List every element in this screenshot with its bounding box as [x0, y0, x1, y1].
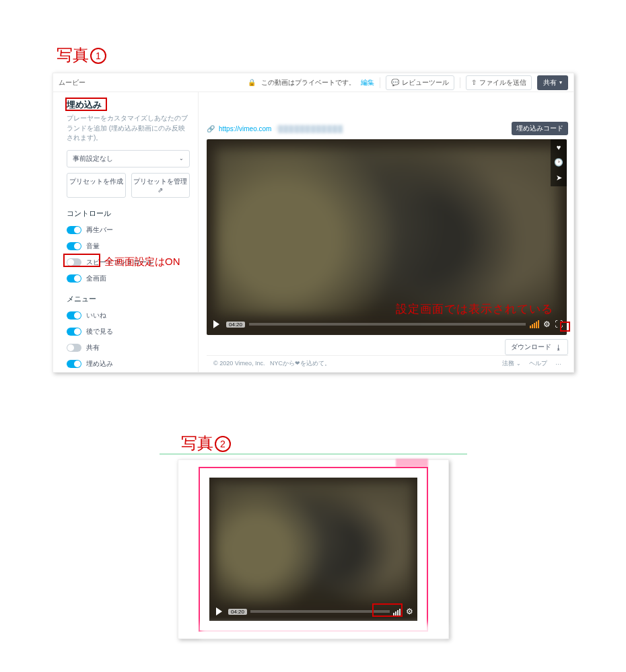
controls-group-title: コントロール — [67, 209, 190, 219]
lock-icon: 🔒 — [248, 79, 256, 86]
toggle-fullscreen[interactable]: 全画面 — [67, 274, 190, 283]
toggle-like[interactable]: いいね — [67, 311, 190, 320]
download-button[interactable]: ダウンロード⭳ — [505, 339, 568, 355]
sidebar-subtitle: プレーヤーをカスタマイズしあなたのブランドを追加 (埋め込み動画にのみ反映されま… — [67, 114, 190, 143]
settings-sidebar: 埋め込み プレーヤーをカスタマイズしあなたのブランドを追加 (埋め込み動画にのみ… — [53, 92, 199, 372]
play-button[interactable] — [213, 320, 219, 328]
create-preset-button[interactable]: プリセットを作成 — [67, 173, 126, 198]
preset-select[interactable]: 事前設定なし⌄ — [67, 150, 190, 167]
menu-group-title: メニュー — [67, 294, 190, 304]
footer: © 2020 Vimeo, Inc. NYCから❤を込めて。 法務 ⌄ ヘルプ … — [207, 355, 568, 368]
page-label: ムービー — [59, 78, 248, 87]
toggle-embed[interactable]: 埋め込み — [67, 359, 190, 369]
screenshot-2: 04:20 ⚙ — [178, 459, 449, 639]
toggle-share[interactable]: 共有 — [67, 343, 190, 352]
chevron-down-icon: ⌄ — [179, 155, 184, 161]
progress-bar[interactable] — [250, 610, 390, 613]
toggle-watch-later[interactable]: 後で見る — [67, 327, 190, 336]
video-thumbnail — [215, 147, 559, 316]
send-file-button[interactable]: ⇧ファイルを送信 — [466, 75, 532, 90]
main-area: 🔗 https://vimeo.com/████████████ 埋め込みコード… — [199, 92, 573, 372]
video-url[interactable]: 🔗 https://vimeo.com/████████████ — [207, 125, 343, 133]
top-bar: ムービー 🔒 この動画はプライベートです。 編集 💬レビューツール ⇧ファイルを… — [53, 73, 573, 92]
edit-link[interactable]: 編集 — [361, 78, 374, 87]
pink-badge — [396, 459, 428, 467]
play-button[interactable] — [216, 607, 222, 615]
help-link[interactable]: ヘルプ — [529, 359, 547, 368]
progress-bar[interactable] — [249, 323, 526, 326]
manage-preset-button[interactable]: プリセットを管理 ⇗ — [131, 173, 190, 198]
time-indicator: 04:20 — [228, 609, 247, 615]
upload-icon: ⇧ — [471, 79, 477, 86]
toggle-volume[interactable]: 音量 — [67, 241, 190, 251]
privacy-text: この動画はプライベートです。 — [261, 78, 355, 87]
video-thumbnail — [213, 482, 413, 605]
annotation-fullscreen-on: 全画面設定はON — [104, 256, 180, 268]
volume-bars[interactable] — [530, 320, 539, 328]
embed-code-button[interactable]: 埋め込みコード — [512, 122, 568, 135]
share-button[interactable]: 共有▾ — [537, 75, 568, 90]
heart-icon[interactable]: ♥ — [557, 143, 561, 151]
chat-icon: 💬 — [391, 79, 399, 86]
download-icon: ⭳ — [555, 344, 562, 351]
gear-icon[interactable]: ⚙ — [543, 320, 551, 329]
time-indicator: 04:20 — [226, 322, 245, 328]
annotation-box-fullscreen-icon — [560, 322, 570, 332]
legal-link[interactable]: 法務 ⌄ — [502, 359, 521, 368]
review-tool-button[interactable]: 💬レビューツール — [386, 75, 454, 90]
caption-photo-2: 写真2 — [181, 433, 231, 454]
external-link-icon: ⇗ — [158, 186, 163, 194]
chevron-down-icon: ▾ — [559, 79, 562, 85]
annotation-box-title — [65, 98, 107, 111]
link-icon: 🔗 — [207, 125, 215, 133]
annotation-box-fullscreen-toggle — [63, 254, 100, 267]
video-player-embedded[interactable]: 04:20 ⚙ — [209, 478, 417, 621]
screenshot-1: ムービー 🔒 この動画はプライベートです。 編集 💬レビューツール ⇧ファイルを… — [53, 73, 574, 373]
gear-icon[interactable]: ⚙ — [406, 607, 413, 616]
annotation-box-no-fullscreen — [372, 603, 403, 617]
send-icon[interactable]: ➤ — [556, 174, 562, 182]
player-controls: 04:20 ⚙ ⛶ — [211, 318, 563, 331]
caption-photo-1: 写真1 — [57, 44, 106, 66]
toggle-playbar[interactable]: 再生バー — [67, 225, 190, 235]
annotation-displayed: 設定画面では表示されている — [396, 301, 553, 317]
clock-icon[interactable]: 🕑 — [554, 158, 563, 167]
